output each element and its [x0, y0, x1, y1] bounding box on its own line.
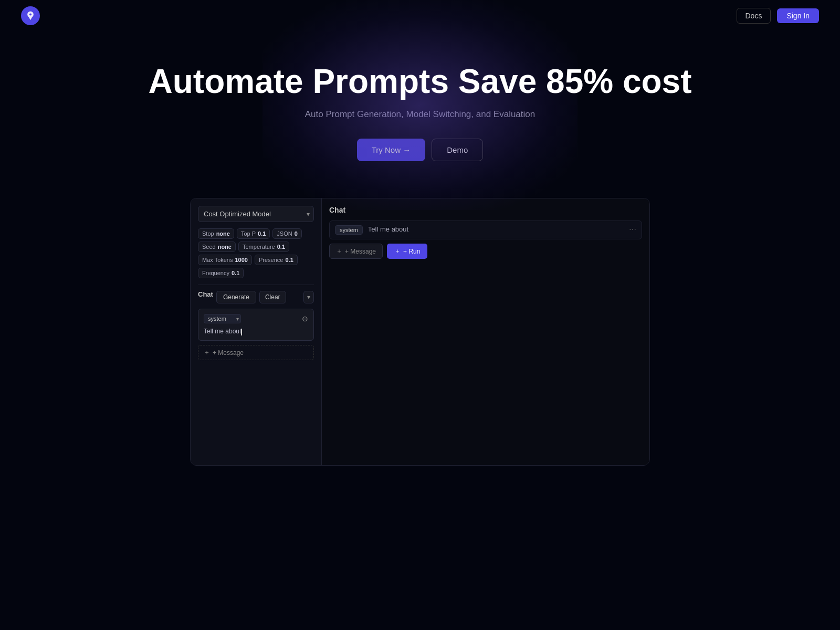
message-role-row: system user assistant ▾ ⊖ — [204, 313, 308, 323]
param-stop-value: none — [216, 230, 230, 237]
docs-button[interactable]: Docs — [737, 8, 771, 24]
param-presence-label: Presence — [259, 257, 283, 263]
plus-icon-run: ＋ — [394, 247, 401, 256]
params-grid: Stop none Top P 0.1 JSON 0 Seed none Tem… — [198, 228, 314, 278]
run-button[interactable]: ＋ + Run — [387, 244, 427, 259]
param-top-p[interactable]: Top P 0.1 — [237, 228, 270, 239]
add-message-button[interactable]: ＋ + Message — [198, 345, 314, 360]
left-panel: Cost Optimized Model GPT-4 Claude Gemini… — [191, 198, 322, 465]
signin-button[interactable]: Sign In — [777, 8, 819, 23]
logo-icon — [21, 6, 40, 25]
nav-actions: Docs Sign In — [737, 8, 820, 24]
model-select[interactable]: Cost Optimized Model GPT-4 Claude Gemini — [198, 206, 314, 222]
text-cursor — [241, 329, 242, 335]
param-seed[interactable]: Seed none — [198, 242, 236, 252]
param-max-tokens-value: 1000 — [235, 257, 248, 263]
right-role-badge: system — [335, 225, 363, 235]
param-frequency[interactable]: Frequency 0.1 — [198, 268, 244, 278]
hero-section: Automate Prompts Save 85% cost Auto Prom… — [0, 32, 840, 187]
param-max-tokens-label: Max Tokens — [202, 257, 233, 263]
param-json-label: JSON — [277, 230, 292, 237]
param-frequency-value: 0.1 — [232, 270, 239, 276]
param-json-value: 0 — [295, 230, 298, 237]
right-message-block: system Tell me about ⋯ — [329, 220, 642, 239]
param-temperature[interactable]: Temperature 0.1 — [238, 242, 289, 252]
right-message-text: Tell me about — [368, 225, 408, 233]
role-select-wrap: system user assistant ▾ — [204, 313, 241, 323]
hero-subtitle: Auto Prompt Generation, Model Switching,… — [21, 109, 819, 120]
param-stop[interactable]: Stop none — [198, 228, 234, 239]
svg-point-0 — [29, 13, 32, 15]
try-now-button[interactable]: Try Now → — [357, 139, 425, 161]
message-options-icon[interactable]: ⋯ — [629, 225, 636, 234]
param-top-p-label: Top P — [241, 230, 256, 237]
role-select[interactable]: system user assistant — [204, 314, 241, 323]
param-top-p-value: 0.1 — [258, 230, 266, 237]
delete-message-icon[interactable]: ⊖ — [302, 314, 308, 323]
left-chat-title: Chat — [198, 290, 213, 298]
plus-icon-right: ＋ — [336, 247, 342, 256]
hero-buttons: Try Now → Demo — [21, 139, 819, 161]
left-message-text[interactable]: Tell me about — [204, 327, 308, 336]
param-temperature-label: Temperature — [243, 244, 275, 250]
param-seed-value: none — [218, 244, 232, 250]
param-temperature-value: 0.1 — [277, 244, 285, 250]
logo — [21, 6, 40, 25]
left-message-block: system user assistant ▾ ⊖ Tell me about — [198, 309, 314, 341]
param-presence-value: 0.1 — [285, 257, 293, 263]
navbar: Docs Sign In — [0, 0, 840, 32]
chat-controls: Chat Generate Clear ▾ — [198, 290, 314, 303]
plus-icon: ＋ — [204, 348, 210, 357]
right-chat-title: Chat — [329, 206, 642, 214]
generate-button[interactable]: Generate — [216, 291, 256, 303]
clear-button[interactable]: Clear — [259, 291, 286, 303]
expand-button[interactable]: ▾ — [303, 291, 314, 303]
right-actions: ＋ + Message ＋ + Run — [329, 244, 642, 259]
param-max-tokens[interactable]: Max Tokens 1000 — [198, 255, 252, 265]
param-json[interactable]: JSON 0 — [272, 228, 301, 239]
main-ui-panel: Cost Optimized Model GPT-4 Claude Gemini… — [190, 198, 650, 466]
param-stop-label: Stop — [202, 230, 214, 237]
param-presence[interactable]: Presence 0.1 — [255, 255, 298, 265]
param-frequency-label: Frequency — [202, 270, 229, 276]
divider — [198, 285, 314, 285]
hero-title: Automate Prompts Save 85% cost — [21, 63, 819, 100]
right-message-left: system Tell me about — [335, 225, 629, 235]
add-message-right-button[interactable]: ＋ + Message — [329, 244, 383, 259]
demo-button[interactable]: Demo — [432, 139, 483, 161]
model-select-wrap: Cost Optimized Model GPT-4 Claude Gemini… — [198, 206, 314, 222]
right-panel: Chat system Tell me about ⋯ ＋ + Message … — [322, 198, 649, 465]
param-seed-label: Seed — [202, 244, 216, 250]
